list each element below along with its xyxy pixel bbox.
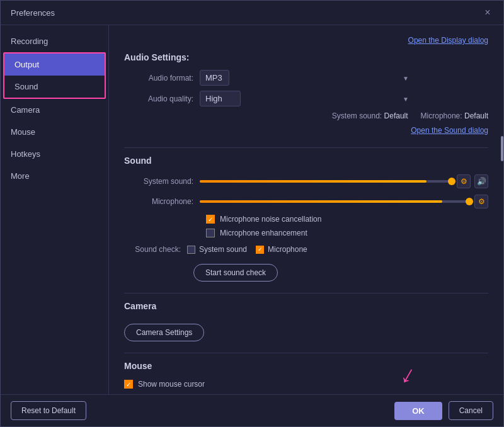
mouse-section: Mouse Show mouse cursor xyxy=(124,361,488,389)
system-microphone-info: System sound: Default Microphone: Defaul… xyxy=(124,111,488,120)
footer-right: OK Cancel xyxy=(394,401,493,420)
sidebar-item-output[interactable]: Output xyxy=(4,54,105,76)
open-sound-link[interactable]: Open the Sound dialog xyxy=(411,126,488,135)
audio-settings-heading: Audio Settings: xyxy=(124,52,488,62)
open-display-link-container: Open the Display dialog xyxy=(124,35,488,45)
enhancement-row: Microphone enhancement xyxy=(206,229,488,237)
preferences-dialog: Preferences × Recording Output Sound Cam… xyxy=(0,0,504,427)
open-sound-link-container: Open the Sound dialog xyxy=(124,125,488,135)
show-mouse-cursor-label: Show mouse cursor xyxy=(138,380,205,389)
system-check-label: System sound xyxy=(199,245,247,254)
system-sound-volume-icon[interactable]: 🔊 xyxy=(474,174,488,188)
open-display-link[interactable]: Open the Display dialog xyxy=(408,36,488,45)
system-sound-settings-icon[interactable]: ⚙ xyxy=(457,174,471,188)
sound-check-row: Sound check: System sound Microphone xyxy=(124,245,488,254)
system-sound-info: System sound: Default xyxy=(332,111,408,120)
sidebar-item-mouse[interactable]: Mouse xyxy=(1,121,108,143)
cancel-button[interactable]: Cancel xyxy=(449,401,493,420)
main-content: Recording Output Sound Camera Mouse Hotk… xyxy=(1,25,503,394)
sound-section: Sound System sound: ⚙ 🔊 xyxy=(124,156,488,282)
system-sound-thumb[interactable] xyxy=(448,178,455,185)
sidebar-item-recording[interactable]: Recording xyxy=(1,30,108,52)
check-group: System sound Microphone xyxy=(187,245,307,254)
audio-quality-label: Audio quality: xyxy=(124,94,200,103)
microphone-check-label: Microphone xyxy=(268,245,307,254)
audio-settings-block: Audio Settings: Audio format: MP3 WAV AA… xyxy=(124,52,488,135)
noise-cancellation-checkbox[interactable] xyxy=(206,215,215,224)
enhancement-label: Microphone enhancement xyxy=(220,229,307,237)
system-sound-fill xyxy=(200,180,427,183)
mouse-section-title: Mouse xyxy=(124,361,488,371)
noise-cancellation-row: Microphone noise cancellation xyxy=(206,215,488,224)
sound-section-title: Sound xyxy=(124,156,488,166)
system-sound-slider-row: System sound: ⚙ 🔊 xyxy=(124,174,488,188)
microphone-slider-label: Microphone: xyxy=(124,197,200,206)
titlebar: Preferences × xyxy=(1,1,503,25)
content-area: Open the Display dialog Audio Settings: … xyxy=(109,25,503,394)
show-mouse-cursor-checkbox[interactable] xyxy=(124,380,133,389)
audio-quality-select-wrapper: High Medium Low xyxy=(200,91,414,106)
audio-format-row: Audio format: MP3 WAV AAC xyxy=(124,70,488,86)
microphone-slider-wrapper xyxy=(200,197,469,206)
microphone-info: Microphone: Default xyxy=(421,111,488,120)
system-sound-track xyxy=(200,180,452,183)
close-button[interactable]: × xyxy=(482,7,493,18)
microphone-check-checkbox[interactable] xyxy=(256,246,264,254)
audio-format-select[interactable]: MP3 WAV AAC xyxy=(200,70,229,86)
enhancement-checkbox[interactable] xyxy=(206,229,215,237)
sidebar-selected-group: Output Sound xyxy=(3,52,106,99)
microphone-fill xyxy=(200,200,442,203)
sidebar-item-camera[interactable]: Camera xyxy=(1,99,108,121)
sidebar-item-more[interactable]: More xyxy=(1,165,108,187)
show-mouse-cursor-row: Show mouse cursor xyxy=(124,380,488,389)
camera-section: Camera Camera Settings xyxy=(124,301,488,341)
noise-cancellation-label: Microphone noise cancellation xyxy=(220,215,321,224)
audio-quality-select[interactable]: High Medium Low xyxy=(200,91,241,106)
sidebar: Recording Output Sound Camera Mouse Hotk… xyxy=(1,25,109,394)
system-check-checkbox[interactable] xyxy=(187,246,195,254)
microphone-slider-row: Microphone: ⚙ xyxy=(124,195,488,208)
ok-button[interactable]: OK xyxy=(394,402,442,420)
camera-section-title: Camera xyxy=(124,301,488,311)
microphone-check-item: Microphone xyxy=(256,245,307,254)
camera-settings-button[interactable]: Camera Settings xyxy=(124,324,204,341)
sidebar-item-sound[interactable]: Sound xyxy=(4,76,105,98)
system-sound-slider-label: System sound: xyxy=(124,177,200,186)
reset-button[interactable]: Reset to Default xyxy=(11,401,86,420)
audio-format-select-wrapper: MP3 WAV AAC xyxy=(200,70,414,86)
microphone-track xyxy=(200,200,469,203)
audio-format-label: Audio format: xyxy=(124,74,200,83)
footer: Reset to Default OK Cancel xyxy=(1,394,503,426)
system-check-item: System sound xyxy=(187,245,247,254)
start-sound-check-button[interactable]: Start sound check xyxy=(193,264,278,282)
system-sound-icons: ⚙ 🔊 xyxy=(457,174,488,188)
audio-quality-row: Audio quality: High Medium Low xyxy=(124,91,488,106)
system-sound-slider-wrapper xyxy=(200,177,452,186)
sound-check-label: Sound check: xyxy=(124,245,187,254)
dialog-title: Preferences xyxy=(11,8,55,18)
microphone-thumb[interactable] xyxy=(466,198,473,205)
scrollbar[interactable] xyxy=(501,136,503,161)
microphone-settings-icon[interactable]: ⚙ xyxy=(474,195,488,208)
sidebar-item-hotkeys[interactable]: Hotkeys xyxy=(1,143,108,165)
microphone-icons: ⚙ xyxy=(474,195,488,208)
